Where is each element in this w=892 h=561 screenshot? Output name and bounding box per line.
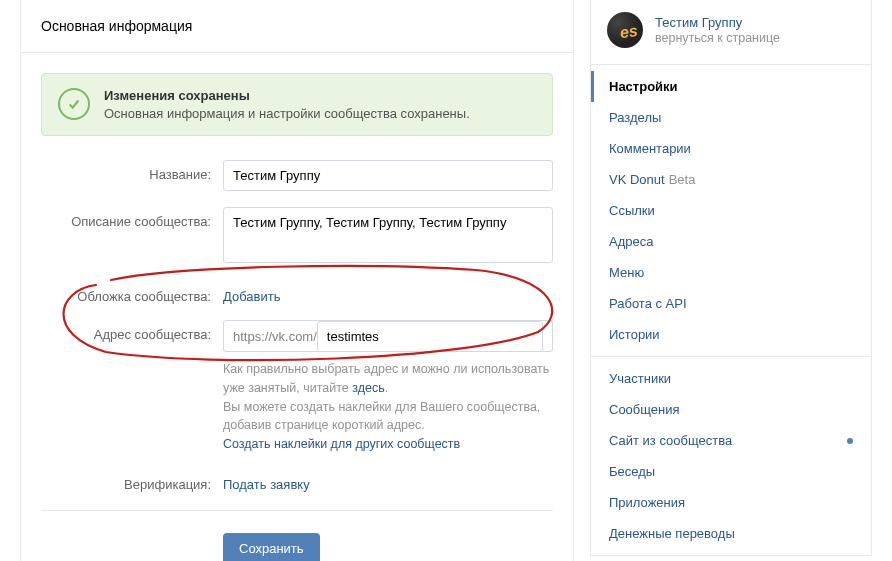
nav-item-участники[interactable]: Участники: [591, 363, 871, 394]
address-input[interactable]: [317, 321, 543, 352]
address-input-wrap[interactable]: https://vk.com/: [223, 320, 553, 352]
address-label: Адрес сообщества:: [41, 320, 223, 342]
verification-label: Верификация:: [41, 470, 223, 492]
settings-nav: НастройкиРазделыКомментарииVK DonutBetaС…: [590, 64, 872, 556]
nav-item-истории[interactable]: Истории: [591, 319, 871, 350]
success-text: Основная информация и настройки сообщест…: [104, 106, 470, 121]
group-name-link[interactable]: Тестим Группу: [655, 15, 780, 30]
success-banner: Изменения сохранены Основная информация …: [41, 73, 553, 136]
description-label: Описание сообщества:: [41, 207, 223, 229]
nav-item-работа-с-api[interactable]: Работа с API: [591, 288, 871, 319]
description-textarea[interactable]: Тестим Группу, Тестим Группу, Тестим Гру…: [223, 207, 553, 263]
avatar-text: es: [619, 22, 639, 42]
create-stickers-link[interactable]: Создать наклейки для других сообществ: [223, 437, 460, 451]
notification-dot-icon: [847, 438, 853, 444]
address-help-link[interactable]: здесь: [352, 381, 384, 395]
nav-item-vk-donut[interactable]: VK DonutBeta: [591, 164, 871, 195]
nav-item-адреса[interactable]: Адреса: [591, 226, 871, 257]
nav-item-ссылки[interactable]: Ссылки: [591, 195, 871, 226]
nav-item-денежные-переводы[interactable]: Денежные переводы: [591, 518, 871, 549]
check-circle-icon: [58, 88, 90, 120]
save-button[interactable]: Сохранить: [223, 533, 320, 561]
back-to-page-link[interactable]: вернуться к странице: [655, 31, 780, 45]
apply-verification-link[interactable]: Подать заявку: [223, 477, 310, 492]
address-prefix: https://vk.com/: [233, 329, 317, 344]
nav-divider: [591, 356, 871, 357]
name-label: Название:: [41, 160, 223, 182]
nav-item-настройки[interactable]: Настройки: [591, 71, 871, 102]
add-cover-link[interactable]: Добавить: [223, 289, 280, 304]
cover-label: Обложка сообщества:: [41, 282, 223, 304]
nav-item-меню[interactable]: Меню: [591, 257, 871, 288]
divider: [41, 510, 553, 511]
group-header: es Тестим Группу вернуться к странице: [590, 0, 872, 64]
nav-item-беседы[interactable]: Беседы: [591, 456, 871, 487]
address-help: Как правильно выбрать адрес и можно ли и…: [223, 360, 553, 454]
success-title: Изменения сохранены: [104, 88, 470, 103]
beta-tag: Beta: [669, 172, 696, 187]
nav-item-разделы[interactable]: Разделы: [591, 102, 871, 133]
nav-item-приложения[interactable]: Приложения: [591, 487, 871, 518]
page-title: Основная информация: [21, 0, 573, 53]
name-input[interactable]: [223, 160, 553, 191]
avatar[interactable]: es: [607, 12, 643, 48]
nav-item-сообщения[interactable]: Сообщения: [591, 394, 871, 425]
nav-item-комментарии[interactable]: Комментарии: [591, 133, 871, 164]
nav-item-сайт-из-сообщества[interactable]: Сайт из сообщества: [591, 425, 871, 456]
